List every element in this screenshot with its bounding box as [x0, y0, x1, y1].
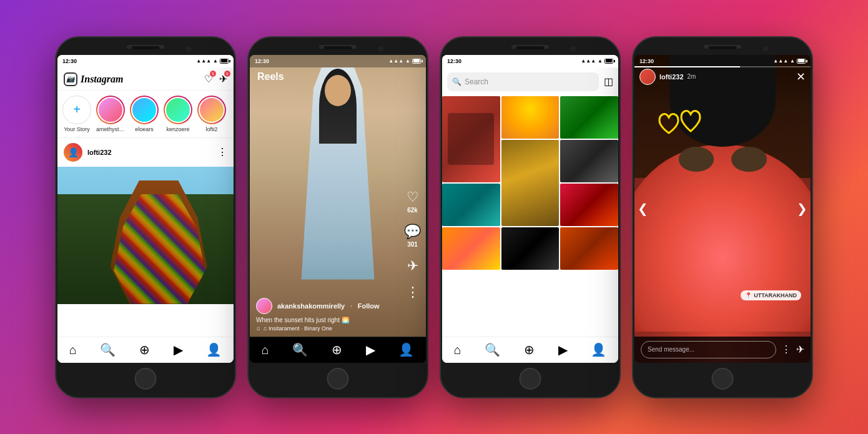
- tab-icon[interactable]: ◫: [604, 76, 613, 87]
- grid-dancer[interactable]: [560, 184, 618, 226]
- reels-music: ♫ ♫ Insitarament · Binary One: [256, 325, 401, 332]
- heart-button[interactable]: ♡ 1: [204, 73, 213, 85]
- status-icons: ▲▲▲ ▲: [581, 58, 613, 64]
- hearts-doodle: [647, 105, 709, 157]
- post-image: [57, 167, 234, 304]
- post-user: 👤 lofti232: [64, 143, 112, 162]
- reels-user-row: akankshakommirelly · Follow: [256, 298, 401, 314]
- nav-home-icon[interactable]: ⌂: [454, 343, 461, 357]
- volume-btn-down[interactable]: [247, 137, 248, 156]
- avatar-inner: [199, 97, 225, 123]
- nav-reels-icon[interactable]: ▶: [558, 342, 568, 357]
- nav-search-icon[interactable]: 🔍: [292, 342, 308, 357]
- volume-btn-down[interactable]: [55, 137, 56, 156]
- power-btn[interactable]: [235, 125, 236, 150]
- volume-btn-down[interactable]: [440, 137, 440, 156]
- phones-container: 12:30 ▲▲▲ ▲ 📷 Instagram ♡: [42, 24, 826, 411]
- status-time: 12:30: [62, 58, 77, 64]
- phone-speaker: [324, 46, 352, 49]
- story-prev-button[interactable]: ❮: [638, 201, 648, 216]
- nav-search-icon[interactable]: 🔍: [100, 342, 116, 357]
- share-action[interactable]: ✈: [407, 258, 418, 274]
- explore-grid-container: [442, 96, 618, 357]
- grid-bike[interactable]: [560, 140, 618, 182]
- volume-btn-up[interactable]: [55, 112, 56, 131]
- volume-btn-down[interactable]: [632, 137, 633, 156]
- phone-story: 12:30 ▲▲▲ ▲ lofti232 2m: [632, 36, 813, 398]
- story-emoji-button[interactable]: ⋮: [781, 343, 791, 355]
- your-story-item[interactable]: + Your Story: [62, 96, 91, 132]
- battery-fill: [798, 59, 804, 62]
- story-send-button[interactable]: ✈: [796, 343, 804, 355]
- search-bar[interactable]: 🔍 Search: [447, 72, 599, 91]
- reels-caption: When the sunset hits just right 🌅: [256, 317, 401, 323]
- nav-home-icon[interactable]: ⌂: [262, 343, 269, 357]
- avatar-inner: [131, 97, 157, 123]
- grid-spices[interactable]: [560, 227, 618, 270]
- volume-btn-up[interactable]: [247, 112, 248, 131]
- stories-row: + Your Story amethyst_grl eloears: [57, 91, 234, 138]
- story-item-4[interactable]: kenzoere: [164, 96, 192, 132]
- story-user-info: lofti232 2m: [639, 69, 696, 85]
- grid-citrus[interactable]: [442, 227, 500, 270]
- nav-search-icon[interactable]: 🔍: [485, 342, 500, 357]
- phone-speaker: [709, 46, 737, 49]
- grid-temple[interactable]: [501, 140, 560, 226]
- battery-fill: [413, 59, 420, 62]
- nav-reels-icon[interactable]: ▶: [366, 342, 375, 357]
- nav-home-icon[interactable]: ⌂: [69, 343, 77, 357]
- volume-btn-up[interactable]: [632, 112, 633, 131]
- phone-speaker: [132, 46, 160, 49]
- power-btn[interactable]: [812, 125, 813, 150]
- story-user-avatar: [639, 69, 656, 85]
- phone-home-button[interactable]: [135, 368, 157, 390]
- story-message-input[interactable]: Send message...: [641, 341, 776, 358]
- status-bar-explore: 12:30 ▲▲▲ ▲: [442, 55, 618, 67]
- power-btn[interactable]: [620, 125, 621, 150]
- wifi-icon: ▲: [213, 58, 218, 64]
- phone-home-button[interactable]: [327, 368, 349, 390]
- nav-reels-icon[interactable]: ▶: [174, 342, 183, 357]
- grid-peacock[interactable]: [442, 184, 500, 226]
- like-action[interactable]: ♡ 62k: [407, 189, 419, 214]
- search-icon: 🔍: [452, 77, 461, 86]
- feed-screen: 12:30 ▲▲▲ ▲ 📷 Instagram ♡: [57, 55, 234, 363]
- nav-profile-icon[interactable]: 👤: [398, 342, 414, 357]
- post-image-content: [57, 167, 234, 304]
- phone-home-button[interactable]: [712, 368, 734, 390]
- volume-btn-up[interactable]: [440, 112, 440, 131]
- phone-explore: 12:30 ▲▲▲ ▲ 🔍 Search ◫: [440, 36, 621, 398]
- more-action[interactable]: ⋮: [406, 284, 420, 300]
- balloons-bg: [501, 96, 560, 139]
- flower-petals: [634, 144, 811, 332]
- grid-balloons[interactable]: [501, 96, 560, 139]
- grid-sunglasses[interactable]: [501, 227, 560, 270]
- hearts-svg: [647, 105, 709, 155]
- power-btn[interactable]: [428, 125, 428, 150]
- reels-username: akankshakommirelly: [277, 302, 345, 310]
- story-item-5[interactable]: lofti2: [197, 96, 226, 132]
- nav-add-icon[interactable]: ⊕: [524, 342, 535, 357]
- post-more-button[interactable]: ⋮: [217, 146, 227, 158]
- nav-add-icon[interactable]: ⊕: [139, 342, 150, 357]
- signal-icon: ▲▲▲: [773, 58, 788, 64]
- story-next-button[interactable]: ❯: [797, 201, 807, 216]
- grid-singer[interactable]: [560, 96, 618, 139]
- reels-follow-button[interactable]: Follow: [358, 302, 380, 310]
- story-close-button[interactable]: ✕: [796, 70, 806, 84]
- comment-action[interactable]: 💬 301: [404, 224, 421, 248]
- post-user-avatar: 👤: [64, 143, 82, 162]
- grid-concert[interactable]: [442, 96, 500, 182]
- status-time: 12:30: [255, 58, 269, 64]
- story-item-3[interactable]: eloears: [130, 96, 159, 132]
- story-label-lofti: lofti2: [197, 126, 226, 132]
- comment-count: 301: [407, 241, 418, 248]
- nav-profile-icon[interactable]: 👤: [206, 342, 222, 357]
- story-background: [634, 55, 811, 363]
- phone-home-button[interactable]: [520, 368, 541, 390]
- nav-add-icon[interactable]: ⊕: [332, 342, 342, 357]
- messenger-button[interactable]: ✈ 1: [219, 73, 227, 85]
- story-item-2[interactable]: amethyst_grl: [96, 96, 125, 132]
- nav-profile-icon[interactable]: 👤: [591, 342, 606, 357]
- battery-icon: [220, 59, 229, 64]
